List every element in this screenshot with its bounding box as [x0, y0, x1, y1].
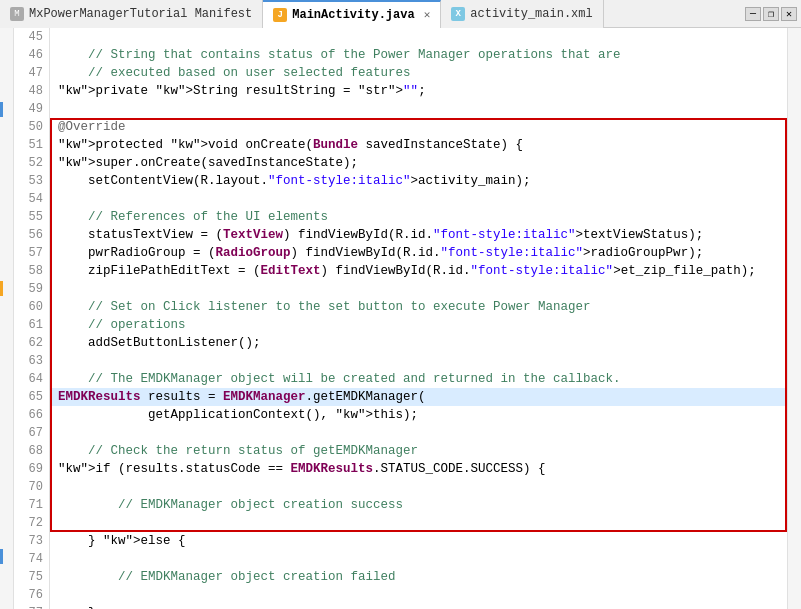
line-number-69: 69	[14, 460, 43, 478]
line-number-62: 62	[14, 334, 43, 352]
line-number-67: 67	[14, 424, 43, 442]
code-line-51: "kw">protected "kw">void onCreate(Bundle…	[50, 136, 787, 154]
tab-activity-main[interactable]: X activity_main.xml	[441, 0, 603, 28]
tab-manifest[interactable]: M MxPowerManagerTutorial Manifest	[0, 0, 263, 28]
code-line-72	[50, 514, 787, 532]
scrollbar[interactable]	[787, 28, 801, 609]
code-line-76	[50, 586, 787, 604]
line-number-46: 46	[14, 46, 43, 64]
line-numbers: 4546474849505152535455565758596061626364…	[14, 28, 50, 609]
line-number-63: 63	[14, 352, 43, 370]
line-number-59: 59	[14, 280, 43, 298]
line-number-49: 49	[14, 100, 43, 118]
line-number-55: 55	[14, 208, 43, 226]
code-line-59	[50, 280, 787, 298]
restore-button[interactable]: ❐	[763, 7, 779, 21]
code-line-46: // String that contains status of the Po…	[50, 46, 787, 64]
line-number-75: 75	[14, 568, 43, 586]
minimize-button[interactable]: —	[745, 7, 761, 21]
line-number-51: 51	[14, 136, 43, 154]
line-number-70: 70	[14, 478, 43, 496]
tab-activity-main-label: activity_main.xml	[470, 7, 592, 21]
line-number-77: 77	[14, 604, 43, 609]
code-line-68: // Check the return status of getEMDKMan…	[50, 442, 787, 460]
code-line-64: // The EMDKManager object will be create…	[50, 370, 787, 388]
code-container: 4546474849505152535455565758596061626364…	[0, 28, 801, 609]
line-number-45: 45	[14, 28, 43, 46]
code-line-67	[50, 424, 787, 442]
xml-icon: X	[451, 7, 465, 21]
code-line-62: addSetButtonListener();	[50, 334, 787, 352]
code-line-58: zipFilePathEditText = (EditText) findVie…	[50, 262, 787, 280]
line-number-60: 60	[14, 298, 43, 316]
code-line-50: @Override	[50, 118, 787, 136]
code-line-57: pwrRadioGroup = (RadioGroup) findViewByI…	[50, 244, 787, 262]
manifest-icon: M	[10, 7, 24, 21]
line-number-50: 50	[14, 118, 43, 136]
line-number-52: 52	[14, 154, 43, 172]
line-number-66: 66	[14, 406, 43, 424]
code-lines[interactable]: // String that contains status of the Po…	[50, 28, 787, 609]
line-number-74: 74	[14, 550, 43, 568]
code-line-55: // References of the UI elements	[50, 208, 787, 226]
tab-manifest-label: MxPowerManagerTutorial Manifest	[29, 7, 252, 21]
code-line-61: // operations	[50, 316, 787, 334]
tab-mainactivity-close[interactable]: ✕	[424, 8, 431, 21]
code-line-66: getApplicationContext(), "kw">this);	[50, 406, 787, 424]
line-number-53: 53	[14, 172, 43, 190]
line-number-68: 68	[14, 442, 43, 460]
tab-bar: M MxPowerManagerTutorial Manifest J Main…	[0, 0, 801, 28]
line-number-57: 57	[14, 244, 43, 262]
code-line-53: setContentView(R.layout."font-style:ital…	[50, 172, 787, 190]
code-line-77: }	[50, 604, 787, 609]
code-line-45	[50, 28, 787, 46]
code-line-47: // executed based on user selected featu…	[50, 64, 787, 82]
tab-mainactivity[interactable]: J MainActivity.java ✕	[263, 0, 441, 28]
java-icon: J	[273, 8, 287, 22]
line-number-73: 73	[14, 532, 43, 550]
code-line-65: EMDKResults results = EMDKManager.getEMD…	[50, 388, 787, 406]
tab-mainactivity-label: MainActivity.java	[292, 8, 414, 22]
code-line-74	[50, 550, 787, 568]
line-number-56: 56	[14, 226, 43, 244]
code-line-73: } "kw">else {	[50, 532, 787, 550]
code-line-48: "kw">private "kw">String resultString = …	[50, 82, 787, 100]
code-line-71: // EMDKManager object creation success	[50, 496, 787, 514]
code-line-75: // EMDKManager object creation failed	[50, 568, 787, 586]
line-number-71: 71	[14, 496, 43, 514]
line-number-76: 76	[14, 586, 43, 604]
code-line-54	[50, 190, 787, 208]
code-line-69: "kw">if (results.statusCode == EMDKResul…	[50, 460, 787, 478]
line-number-58: 58	[14, 262, 43, 280]
line-number-65: 65	[14, 388, 43, 406]
code-line-52: "kw">super.onCreate(savedInstanceState);	[50, 154, 787, 172]
line-number-47: 47	[14, 64, 43, 82]
code-line-56: statusTextView = (TextView) findViewById…	[50, 226, 787, 244]
close-button[interactable]: ✕	[781, 7, 797, 21]
left-marker-strip	[0, 28, 14, 609]
line-number-48: 48	[14, 82, 43, 100]
window-controls: — ❐ ✕	[745, 7, 801, 21]
line-number-64: 64	[14, 370, 43, 388]
code-line-70	[50, 478, 787, 496]
code-line-49	[50, 100, 787, 118]
code-line-60: // Set on Click listener to the set butt…	[50, 298, 787, 316]
code-line-63	[50, 352, 787, 370]
line-number-54: 54	[14, 190, 43, 208]
line-number-61: 61	[14, 316, 43, 334]
line-number-72: 72	[14, 514, 43, 532]
